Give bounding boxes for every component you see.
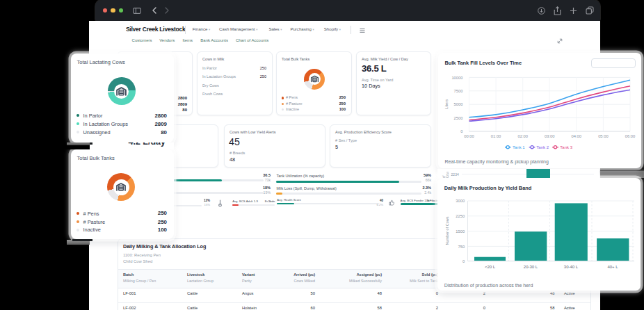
svg-text:06:00: 06:00 xyxy=(625,134,635,138)
svg-text:7500: 7500 xyxy=(453,89,462,93)
svg-text:1500: 1500 xyxy=(456,229,465,234)
svg-text:10000: 10000 xyxy=(451,76,462,80)
svg-text:0: 0 xyxy=(460,129,462,133)
svg-text:Tank 1: Tank 1 xyxy=(513,145,525,149)
svg-text:2500: 2500 xyxy=(453,116,462,120)
svg-text:20-30 L: 20-30 L xyxy=(524,265,538,269)
svg-text:2250: 2250 xyxy=(456,214,465,218)
svg-text:Tank 2: Tank 2 xyxy=(536,145,549,149)
svg-text:40+ L: 40+ L xyxy=(607,265,618,269)
svg-text:04:00: 04:00 xyxy=(571,134,581,138)
svg-text:Number of Cows: Number of Cows xyxy=(445,216,449,245)
svg-text:750: 750 xyxy=(458,245,465,249)
svg-text:3000: 3000 xyxy=(456,199,465,203)
svg-text:05:00: 05:00 xyxy=(598,134,609,138)
svg-text:00:00: 00:00 xyxy=(464,134,474,138)
svg-text:01:00: 01:00 xyxy=(490,134,501,138)
svg-text:<20 L: <20 L xyxy=(485,265,496,269)
svg-text:03:00: 03:00 xyxy=(544,134,554,138)
svg-text:Liters: Liters xyxy=(444,99,448,109)
svg-text:02:00: 02:00 xyxy=(517,134,528,138)
svg-text:Tank 3: Tank 3 xyxy=(560,145,572,149)
svg-text:30-40 L: 30-40 L xyxy=(564,265,579,269)
svg-text:0: 0 xyxy=(462,259,465,263)
svg-text:5000: 5000 xyxy=(453,102,462,106)
